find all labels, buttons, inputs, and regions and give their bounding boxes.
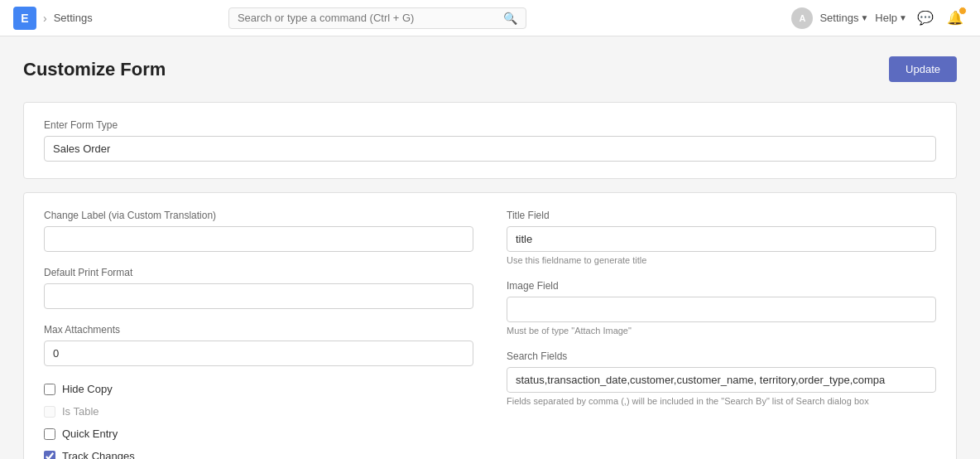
track-changes-checkbox[interactable]	[44, 451, 55, 460]
default-print-label: Default Print Format	[44, 267, 473, 278]
hide-copy-checkbox[interactable]	[44, 384, 55, 395]
avatar: A	[791, 7, 813, 29]
page-container: Customize Form Update Enter Form Type Ch…	[0, 36, 980, 459]
quick-entry-label: Quick Entry	[62, 428, 118, 440]
update-button[interactable]: Update	[889, 56, 957, 82]
is-table-row: Is Table	[44, 405, 473, 418]
form-config-grid: Change Label (via Custom Translation) De…	[44, 210, 936, 459]
title-field-input[interactable]	[507, 226, 936, 252]
max-attachments-group: Max Attachments	[44, 324, 473, 366]
right-column: Title Field Use this fieldname to genera…	[507, 210, 936, 459]
image-field-input[interactable]	[507, 297, 936, 322]
topnav: E › Settings 🔍 A Settings ▼ Help ▼ 💬 🔔	[0, 0, 980, 36]
hide-copy-label: Hide Copy	[62, 383, 113, 395]
notification-bell-button[interactable]: 🔔	[944, 7, 967, 29]
breadcrumb-chevron: ›	[43, 12, 47, 25]
form-type-group: Enter Form Type	[44, 119, 936, 162]
form-type-label: Enter Form Type	[44, 119, 936, 131]
search-bar[interactable]: 🔍	[228, 7, 526, 29]
is-table-label: Is Table	[62, 405, 99, 418]
image-field-label: Image Field	[507, 280, 936, 292]
title-field-label: Title Field	[507, 210, 936, 221]
form-type-section: Enter Form Type	[23, 102, 957, 179]
title-field-group: Title Field Use this fieldname to genera…	[507, 210, 936, 265]
app-icon: E	[13, 7, 36, 30]
change-label-group: Change Label (via Custom Translation)	[44, 210, 473, 252]
settings-caret-icon: ▼	[860, 13, 868, 22]
page-header: Customize Form Update	[23, 56, 957, 82]
page-title: Customize Form	[23, 59, 166, 80]
change-label-input[interactable]	[44, 226, 473, 252]
track-changes-row: Track Changes	[44, 450, 473, 459]
max-attachments-label: Max Attachments	[44, 324, 473, 336]
search-icon: 🔍	[503, 12, 517, 25]
breadcrumb-settings[interactable]: Settings	[54, 12, 93, 24]
default-print-group: Default Print Format	[44, 267, 473, 309]
title-field-hint: Use this fieldname to generate title	[507, 255, 936, 265]
search-input[interactable]	[238, 12, 498, 24]
form-config-section: Change Label (via Custom Translation) De…	[23, 192, 957, 459]
change-label-label: Change Label (via Custom Translation)	[44, 210, 473, 221]
search-fields-hint: Fields separated by comma (,) will be in…	[507, 396, 936, 406]
track-changes-label: Track Changes	[62, 450, 135, 459]
nav-right: A Settings ▼ Help ▼ 💬 🔔	[791, 7, 967, 29]
help-nav-button[interactable]: Help ▼	[875, 12, 907, 24]
hide-copy-row: Hide Copy	[44, 383, 473, 395]
quick-entry-row: Quick Entry	[44, 428, 473, 440]
default-print-input[interactable]	[44, 283, 473, 309]
settings-nav-button[interactable]: Settings ▼	[819, 12, 868, 24]
search-fields-input[interactable]	[507, 367, 936, 393]
chat-icon-button[interactable]: 💬	[914, 7, 937, 29]
max-attachments-input[interactable]	[44, 341, 473, 366]
form-type-input[interactable]	[44, 136, 936, 162]
search-fields-label: Search Fields	[507, 350, 936, 362]
quick-entry-checkbox[interactable]	[44, 428, 55, 440]
left-column: Change Label (via Custom Translation) De…	[44, 210, 473, 459]
search-fields-group: Search Fields Fields separated by comma …	[507, 350, 936, 406]
is-table-checkbox[interactable]	[44, 406, 55, 418]
help-caret-icon: ▼	[899, 13, 907, 22]
image-field-group: Image Field Must be of type "Attach Imag…	[507, 280, 936, 336]
image-field-hint: Must be of type "Attach Image"	[507, 326, 936, 336]
